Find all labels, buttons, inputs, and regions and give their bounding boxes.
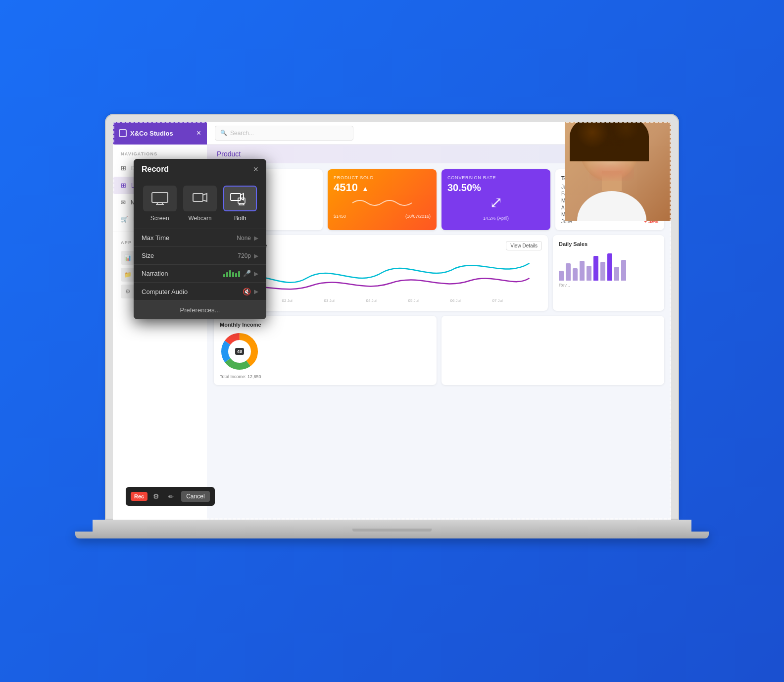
search-icon: 🔍 [220, 130, 227, 136]
sidebar-app-icon-2[interactable]: 📁 [121, 268, 135, 282]
webcam-label: Webcam [188, 215, 211, 222]
modal-header: Record × [134, 159, 266, 180]
sidebar-header: X&Co Studios × [113, 122, 207, 145]
conversion-value: 30.50% [447, 182, 544, 194]
settings-icon-btn[interactable]: ⚙ [149, 490, 162, 503]
income-title: Monthly Income [220, 322, 431, 328]
monthly-income-card: Monthly Income [214, 316, 437, 385]
narration-mic-icon: 🎤 [243, 270, 251, 277]
svg-text:⤢: ⤢ [490, 195, 503, 211]
svg-rect-18 [231, 194, 241, 200]
logo-icon [119, 129, 127, 137]
rec-badge[interactable]: Rec [131, 492, 147, 501]
conversion-card: CONVERSION RATE 30.50% ⤢ 14.2% (April) [441, 169, 550, 230]
narration-row[interactable]: Narration 🎤 [134, 264, 266, 282]
sidebar-app-icon-1[interactable]: 📊 [121, 251, 135, 265]
close-icon[interactable]: × [196, 129, 201, 138]
product-sold-card: PRODUCT SOLD 4510 ▲ [328, 169, 437, 230]
narration-level [223, 270, 240, 277]
svg-rect-12 [152, 193, 168, 202]
svg-text:02 Jul: 02 Jul [282, 298, 293, 303]
max-time-row[interactable]: Max Time None ▶ [134, 229, 266, 246]
svg-rect-16 [193, 194, 203, 201]
max-time-arrow: ▶ [254, 235, 258, 242]
screen-label: Screen [150, 215, 169, 222]
svg-text:04 Jul: 04 Jul [366, 298, 377, 303]
app-title: X&Co Studios [130, 130, 173, 137]
nav-label: NAVIGATIONS [113, 145, 207, 159]
svg-text:05 Jul: 05 Jul [408, 298, 419, 303]
income-total: Total Income: 12,650 [220, 374, 431, 379]
svg-text:07 Jul: 07 Jul [492, 298, 503, 303]
size-value: 720p [238, 252, 251, 259]
record-option-webcam[interactable]: Webcam [182, 186, 218, 222]
record-option-screen[interactable]: Screen [142, 186, 178, 222]
pencil-icon-btn[interactable]: ✏ [164, 490, 177, 503]
product-sold-value: 4510 ▲ [334, 181, 374, 194]
modal-title: Record [142, 165, 169, 174]
narration-arrow: ▶ [254, 270, 258, 277]
person-photo [565, 122, 671, 221]
max-time-value: None [237, 235, 251, 242]
computer-audio-label: Computer Audio [142, 288, 188, 295]
ecommerce-icon: 🛒 [121, 216, 128, 223]
svg-text:03 Jul: 03 Jul [324, 298, 335, 303]
mailbox-icon: ✉ [121, 199, 126, 206]
size-label: Size [142, 252, 154, 259]
size-row[interactable]: Size 720p ▶ [134, 246, 266, 264]
record-modal: Record × [134, 159, 266, 319]
cancel-button[interactable]: Cancel [181, 491, 209, 502]
daily-sales-title: Daily Sales [559, 241, 658, 247]
dashboards-icon: ⊞ [121, 164, 126, 172]
modal-close-button[interactable]: × [253, 165, 258, 174]
size-arrow: ▶ [254, 252, 258, 259]
record-toolbar: Rec ⚙ ✏ Cancel [126, 487, 215, 506]
line-chart-svg: 01 Jul 02 Jul 03 Jul 04 Jul 05 Jul 06 Ju… [220, 253, 542, 303]
computer-audio-row[interactable]: Computer Audio 🔇 ▶ [134, 282, 266, 300]
preferences-button[interactable]: Preferences... [134, 300, 266, 319]
audio-arrow: ▶ [254, 288, 258, 295]
svg-text:06 Jul: 06 Jul [450, 298, 461, 303]
product-sold-wave [334, 196, 431, 210]
product-sold-label: PRODUCT SOLD [334, 175, 374, 180]
view-details-button[interactable]: View Details [506, 241, 542, 250]
record-option-both[interactable]: Both [222, 186, 258, 222]
audio-mute-icon: 🔇 [243, 288, 251, 295]
daily-sales-card: Daily Sales [553, 235, 664, 311]
search-input[interactable]: 🔍 Search... [215, 126, 353, 141]
sidebar-app-icon-3[interactable]: ⚙ [121, 285, 135, 298]
layouts-icon: ⊞ [121, 182, 126, 189]
narration-label: Narration [142, 270, 168, 277]
conversion-label: CONVERSION RATE [447, 175, 544, 180]
svg-marker-17 [203, 194, 207, 201]
max-time-label: Max Time [142, 234, 169, 242]
svg-marker-19 [241, 194, 244, 200]
both-label: Both [234, 215, 246, 222]
